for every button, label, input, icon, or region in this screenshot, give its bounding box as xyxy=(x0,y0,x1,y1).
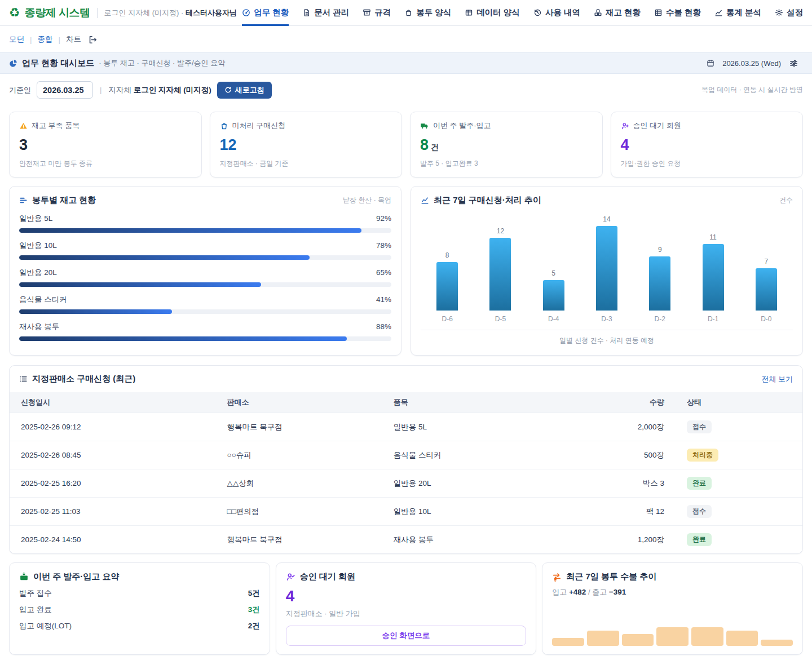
mock-note: 목업 데이터 · 연동 시 실시간 반영 xyxy=(701,85,803,95)
divider: | xyxy=(100,86,102,94)
calendar-icon xyxy=(707,59,714,67)
view-combined-link[interactable]: 종합 xyxy=(38,34,53,45)
divider: / xyxy=(588,588,590,596)
cell-item: 일반용 10L xyxy=(382,498,581,526)
stat-title: 재고 부족 품목 xyxy=(32,121,80,131)
go-approval-button[interactable]: 승인 화면으로 xyxy=(286,626,527,646)
sliders-icon[interactable] xyxy=(789,59,798,68)
progress-fill xyxy=(19,228,361,233)
cell-date: 2025-02-26 09:12 xyxy=(10,413,216,441)
nav-label: 사용 내역 xyxy=(545,7,580,18)
progress-track xyxy=(19,228,391,233)
filter-controls: 기준일 | 지자체 로그인 지자체 (미지정) 새로고침 목업 데이터 · 연동… xyxy=(0,74,812,106)
bag-icon xyxy=(404,8,413,17)
flow-bar xyxy=(587,631,619,646)
trend-value-label: 9 xyxy=(658,246,662,254)
stat-card-weekly-orders: 이번 주 발주·입고 8건 발주 5 · 입고완료 3 xyxy=(410,112,603,178)
table-row[interactable]: 2025-02-25 11:03 □□편의점 일반용 10L 팩 12 접수 xyxy=(10,498,802,526)
flow-bar xyxy=(761,640,793,646)
view-modern-link[interactable]: 모던 xyxy=(9,34,24,45)
truck-icon xyxy=(420,121,429,130)
trend-x-label: D-5 xyxy=(474,315,527,323)
inventory-row: 일반용 5L92% xyxy=(19,214,391,233)
nav-label: 설정 xyxy=(787,7,803,18)
col-qty: 수량 xyxy=(580,392,676,413)
gear-icon xyxy=(775,8,783,17)
stat-caption: 안전재고 미만 봉투 종류 xyxy=(19,159,192,169)
stat-title: 이번 주 발주·입고 xyxy=(433,121,491,131)
stat-card-pending-requests: 미처리 구매신청 12 지정판매소 · 금일 기준 xyxy=(210,112,403,178)
logout-icon[interactable] xyxy=(88,35,98,45)
swap-arrows-icon xyxy=(552,572,562,582)
trend-value-label: 7 xyxy=(764,258,768,265)
view-switcher: 모던 | 종합 | 차트 xyxy=(0,26,812,52)
order-summary-card: 이번 주 발주·입고 요약 발주 접수5건 입고 완료3건 입고 예정(LOT)… xyxy=(9,562,270,655)
order-summary-title: 이번 주 발주·입고 요약 xyxy=(33,571,120,582)
trend-x-label: D-2 xyxy=(633,315,686,323)
status-badge: 접수 xyxy=(687,505,712,518)
refresh-icon xyxy=(224,86,232,94)
flow-bar xyxy=(691,627,723,646)
progress-track xyxy=(19,309,391,314)
table-row[interactable]: 2025-02-26 09:12 행복마트 북구점 일반용 5L 2,000장 … xyxy=(10,413,802,441)
nav-item-usage-history[interactable]: 사용 내역 xyxy=(533,0,580,26)
status-badge: 완료 xyxy=(687,477,712,490)
status-badge: 완료 xyxy=(687,533,712,546)
divider: | xyxy=(30,36,32,44)
trend-bar xyxy=(756,268,777,311)
trend-value-label: 11 xyxy=(709,233,716,241)
charts-row: 봉투별 재고 현황 낱장 환산 · 목업 일반용 5L92% 일반용 10L78… xyxy=(0,178,812,356)
view-all-link[interactable]: 전체 보기 xyxy=(761,374,793,384)
cell-store: △△상회 xyxy=(216,469,382,498)
approval-card: 승인 대기 회원 4 지정판매소 · 일반 가입 승인 화면으로 xyxy=(276,562,537,655)
refresh-button[interactable]: 새로고침 xyxy=(217,82,272,99)
ledger-icon xyxy=(654,8,663,17)
nav-item-data-forms[interactable]: 데이터 양식 xyxy=(465,0,520,26)
view-chart-current: 차트 xyxy=(66,34,81,45)
nav-label: 데이터 양식 xyxy=(476,7,520,18)
inventory-panel-title: 봉투별 재고 현황 xyxy=(32,195,96,206)
summary-label: 발주 접수 xyxy=(19,588,52,598)
nav-item-inventory[interactable]: 재고 현황 xyxy=(594,0,641,26)
trend-x-label: D-4 xyxy=(527,315,580,323)
cell-date: 2025-02-26 08:45 xyxy=(10,441,216,469)
user-check-icon xyxy=(286,572,295,582)
trend-col: 14 xyxy=(580,211,633,311)
nav-item-documents[interactable]: 문서 관리 xyxy=(302,0,349,26)
dashboard-icon xyxy=(242,8,250,17)
nav-item-settings[interactable]: 설정 xyxy=(775,0,803,26)
table-row[interactable]: 2025-02-25 16:20 △△상회 일반용 20L 박스 3 완료 xyxy=(10,469,802,498)
grid-icon xyxy=(465,8,473,17)
nav-item-specs[interactable]: 규격 xyxy=(363,0,391,26)
flow-bar xyxy=(622,634,654,646)
stat-title: 미처리 구매신청 xyxy=(232,121,286,131)
trend-bar xyxy=(489,238,511,311)
user-plus-icon xyxy=(621,122,629,130)
stat-caption: 가입·권한 승인 요청 xyxy=(621,159,793,169)
dashboard-titlebar: 업무 현황 대시보드 · 봉투 재고 · 구매신청 · 발주/승인 요약 202… xyxy=(0,52,812,74)
nav-label: 통계 분석 xyxy=(726,7,761,18)
nav-item-dashboard[interactable]: 업무 현황 xyxy=(242,0,289,26)
cell-item: 재사용 봉투 xyxy=(382,526,581,554)
nav-item-ledger[interactable]: 수불 현황 xyxy=(654,0,701,26)
nav-item-stats[interactable]: 통계 분석 xyxy=(714,0,761,26)
flow-in-label: 입고 xyxy=(552,588,567,596)
nav-item-bag-forms[interactable]: 봉투 양식 xyxy=(404,0,451,26)
base-date-input[interactable] xyxy=(37,81,93,99)
cell-store: ○○슈퍼 xyxy=(216,441,382,469)
table-row[interactable]: 2025-02-24 14:50 행복마트 북구점 재사용 봉투 1,200장 … xyxy=(10,526,802,554)
inventory-percent: 92% xyxy=(376,214,391,223)
trend-col: 7 xyxy=(740,211,793,311)
trend-bar xyxy=(703,244,724,311)
table-row[interactable]: 2025-02-26 08:45 ○○슈퍼 음식물 스티커 500장 처리중 xyxy=(10,441,802,469)
flow-bar xyxy=(552,638,584,646)
trend-value-label: 8 xyxy=(445,251,449,259)
login-context: 로그인 지자체 (미지정) · 테스터사용자님 xyxy=(104,8,237,18)
trend-chart: 8 12 5 14 9 11 7 xyxy=(421,211,793,311)
titlebar-date[interactable]: 2026.03.25 (Wed) xyxy=(707,59,781,68)
trend-value-label: 5 xyxy=(551,269,555,277)
app-name: 종량제 시스템 xyxy=(25,6,90,20)
stat-title: 승인 대기 회원 xyxy=(633,121,681,131)
progress-fill xyxy=(19,309,172,314)
summary-label: 입고 예정(LOT) xyxy=(19,621,72,631)
